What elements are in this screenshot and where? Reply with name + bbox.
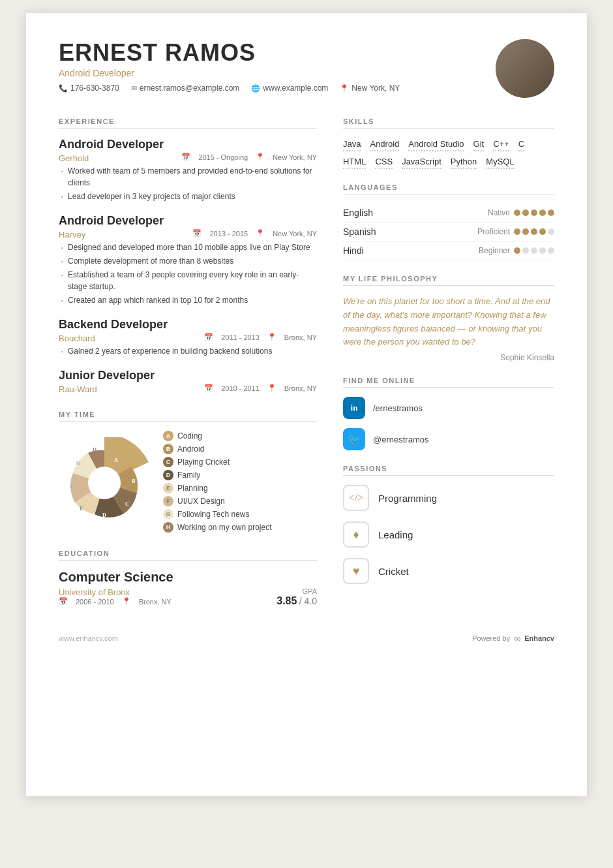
passion-icon-programming: </> xyxy=(343,485,369,511)
passion-label-programming: Programming xyxy=(378,493,437,504)
passion-icon-cricket: ♥ xyxy=(343,558,369,584)
exp-company-1: Gerhold xyxy=(59,153,89,163)
legend-dot-f: F xyxy=(163,496,173,506)
powered-by-block: Powered by ∞ Enhancv xyxy=(472,633,554,643)
skill-c: C xyxy=(518,138,524,151)
legend-dot-g: G xyxy=(163,509,173,519)
main-content: EXPERIENCE Android Developer Gerhold 📅 2… xyxy=(59,117,554,613)
experience-section-header: EXPERIENCE xyxy=(59,117,317,129)
mytime-section-header: MY TIME xyxy=(59,411,317,422)
candidate-title: Android Developer xyxy=(59,68,400,78)
exp-item-4: Junior Developer Rau-Ward 📅 2010 - 2011 … xyxy=(59,369,317,396)
svg-point-1 xyxy=(88,467,121,499)
dot xyxy=(548,247,554,254)
philosophy-block: We're on this planet for too short a tim… xyxy=(343,295,554,362)
dot xyxy=(522,209,529,216)
skill-java: Java xyxy=(343,138,361,151)
skills-section-header: SKILLS xyxy=(343,117,554,129)
languages-section-header: LANGUAGES xyxy=(343,183,554,194)
edu-item-1: Computer Science University of Bronx 📅 2… xyxy=(59,570,317,607)
legend-item-e: E Planning xyxy=(163,483,317,493)
legend-dot-a: A xyxy=(163,431,173,441)
exp-item-3: Backend Developer Bouchard 📅 2011 - 2013… xyxy=(59,318,317,357)
bullet-item: Designed and developed more than 10 mobi… xyxy=(59,241,317,253)
legend-item-g: G Following Tech news xyxy=(163,509,317,519)
pie-chart: A B C D E F G H xyxy=(59,437,150,529)
exp-title-4: Junior Developer xyxy=(59,369,317,382)
gpa-max: 4.0 xyxy=(305,596,317,606)
social-twitter: 🐦 @ernestramos xyxy=(343,428,554,450)
dot xyxy=(531,228,537,235)
svg-text:G: G xyxy=(76,460,80,466)
languages-list: English Native Spanish xyxy=(343,204,554,260)
location-icon: 📍 xyxy=(340,84,349,93)
twitter-icon: 🐦 xyxy=(343,428,365,450)
skill-html: HTML xyxy=(343,155,366,169)
linkedin-handle: /ernestramos xyxy=(373,403,423,413)
philosophy-text: We're on this planet for too short a tim… xyxy=(343,295,554,349)
dot xyxy=(514,228,520,235)
dot xyxy=(539,228,546,235)
legend-item-a: A Coding xyxy=(163,431,317,441)
legend-item-d: D Family xyxy=(163,470,317,480)
legend-dot-h: H xyxy=(163,522,173,533)
mytime-section: A B C D E F G H A Coding xyxy=(59,431,317,535)
lang-spanish-level: Proficient xyxy=(477,227,554,236)
skill-mysql: MySQL xyxy=(486,155,514,169)
twitter-handle: @ernestramos xyxy=(373,435,428,444)
dot xyxy=(514,247,520,254)
mytime-legend: A Coding B Android C Playing Cricket D xyxy=(163,431,317,535)
passions-list: </> Programming ♦ Leading ♥ Cricket xyxy=(343,485,554,584)
dot xyxy=(514,209,520,216)
passion-icon-leading: ♦ xyxy=(343,521,369,548)
skill-js: JavaScript xyxy=(402,155,441,169)
lang-english-level: Native xyxy=(488,208,554,217)
education-section-header: EDUCATION xyxy=(59,550,317,561)
passion-leading: ♦ Leading xyxy=(343,521,554,548)
mytime-inner: A B C D E F G H A Coding xyxy=(59,431,317,535)
legend-dot-c: C xyxy=(163,457,173,467)
legend-dot-d: D xyxy=(163,470,173,480)
svg-text:F: F xyxy=(70,484,74,489)
calendar-icon-2: 📅 xyxy=(192,229,202,238)
skill-css: CSS xyxy=(375,155,393,169)
bullet-item: Worked with team of 5 members and provid… xyxy=(59,165,317,189)
lang-hindi-level: Beginner xyxy=(479,246,554,255)
header: ERNEST RAMOS Android Developer 📞 176-630… xyxy=(59,39,554,98)
linkedin-icon: in xyxy=(343,397,365,419)
legend-item-b: B Android xyxy=(163,444,317,454)
calendar-icon-3: 📅 xyxy=(204,333,213,341)
header-left: ERNEST RAMOS Android Developer 📞 176-630… xyxy=(59,39,400,93)
svg-text:C: C xyxy=(125,501,129,507)
email-icon: ✉ xyxy=(131,84,137,93)
passion-label-leading: Leading xyxy=(378,529,413,540)
location-icon-1: 📍 xyxy=(256,153,265,161)
photo-placeholder xyxy=(496,39,554,98)
bullet-item: Complete development of more than 8 webs… xyxy=(59,255,317,267)
social-section-header: FIND ME ONLINE xyxy=(343,377,554,388)
contact-website: 🌐 www.example.com xyxy=(251,84,328,93)
legend-item-c: C Playing Cricket xyxy=(163,457,317,467)
exp-company-4: Rau-Ward xyxy=(59,384,97,394)
exp-meta-2: 📅 2013 - 2015 📍 New York, NY xyxy=(192,229,317,238)
svg-text:E: E xyxy=(80,506,83,512)
location-icon-4: 📍 xyxy=(267,384,277,392)
skill-python: Python xyxy=(451,155,477,169)
svg-text:H: H xyxy=(93,447,97,453)
svg-text:A: A xyxy=(114,457,118,463)
legend-dot-b: B xyxy=(163,444,173,454)
resume-paper: ERNEST RAMOS Android Developer 📞 176-630… xyxy=(26,13,587,796)
skill-android-studio: Android Studio xyxy=(408,138,464,151)
skill-cpp: C++ xyxy=(493,138,509,151)
edu-school-1: University of Bronx xyxy=(59,587,172,597)
passion-label-cricket: Cricket xyxy=(378,566,409,577)
bullet-item: Created an app which ranked in top 10 fo… xyxy=(59,294,317,306)
lang-spanish: Spanish Proficient xyxy=(343,223,554,241)
gpa-separator: / xyxy=(299,596,305,606)
exp-meta-4: 📅 2010 - 2011 📍 Bronx, NY xyxy=(204,384,317,392)
exp-title-1: Android Developer xyxy=(59,138,317,151)
dot xyxy=(548,228,554,235)
legend-item-h: H Working on my own project xyxy=(163,522,317,533)
location-icon-3: 📍 xyxy=(267,333,277,341)
edu-gpa-block: GPA 3.85 / 4.0 xyxy=(277,587,317,607)
